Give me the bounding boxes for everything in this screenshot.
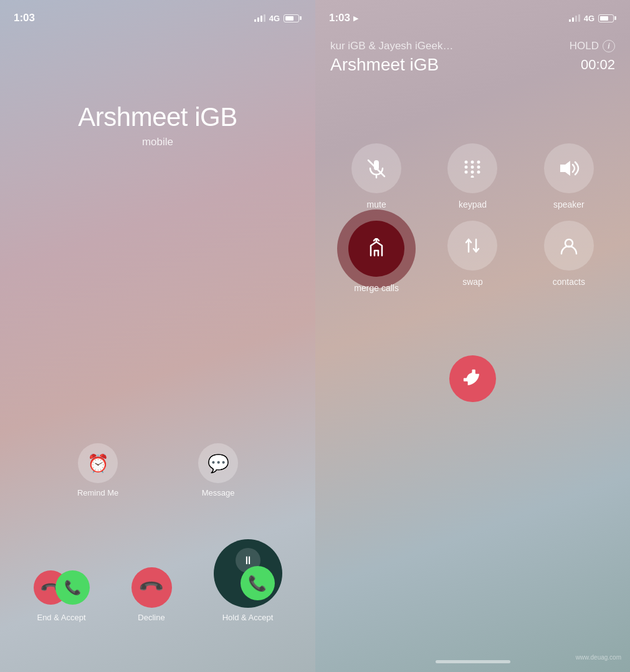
swap-btn[interactable]	[447, 221, 497, 271]
left-status-icons: 4G	[254, 14, 302, 23]
remind-me-label: Remind Me	[77, 488, 118, 497]
speaker-label: speaker	[553, 199, 585, 209]
signal-bars-icon	[254, 14, 265, 22]
hold-accept-btn[interactable]: ⏸ 📞	[214, 539, 282, 608]
home-indicator	[436, 660, 510, 663]
active-caller-name: Arshmeet iGB	[330, 55, 439, 75]
right-status-bar: 1:03 ▶ 4G	[315, 0, 630, 27]
right-time: 1:03 ▶	[329, 12, 358, 24]
accept-call-icon: 📞	[55, 570, 90, 605]
keypad-btn[interactable]	[447, 143, 497, 193]
svg-point-11	[477, 171, 480, 174]
message-action[interactable]: 💬 Message	[198, 443, 238, 497]
merge-calls-btn[interactable]	[348, 221, 404, 277]
right-status-icons: 4G	[569, 14, 616, 23]
keypad-control[interactable]: keypad	[430, 143, 515, 209]
left-time: 1:03	[14, 12, 35, 24]
svg-point-5	[477, 161, 480, 164]
accept-icon: 📞	[241, 566, 275, 600]
end-accept-label: End & Accept	[37, 613, 85, 622]
decline-group: 📞 Decline	[131, 567, 172, 622]
remind-me-action[interactable]: ⏰ Remind Me	[77, 443, 118, 497]
speaker-control[interactable]: speaker	[527, 143, 611, 209]
decline-btn[interactable]: 📞	[131, 567, 172, 608]
caller-name: Arshmeet iGB	[78, 102, 237, 132]
svg-point-9	[465, 171, 468, 174]
swap-control[interactable]: swap	[430, 221, 515, 293]
mute-control[interactable]: mute	[334, 143, 419, 209]
hold-accept-label: Hold & Accept	[222, 613, 274, 622]
right-panel: 1:03 ▶ 4G kur iGB & Jayesh iGeek… H	[315, 0, 630, 672]
contacts-btn[interactable]	[544, 221, 594, 271]
location-arrow-icon: ▶	[353, 14, 358, 22]
end-call-btn[interactable]	[449, 355, 496, 402]
merge-calls-label: merge calls	[354, 283, 399, 293]
battery-icon-right	[598, 14, 616, 22]
message-label: Message	[202, 488, 235, 497]
call-info-header: kur iGB & Jayesh iGeek… HOLD i Arshmeet …	[315, 27, 630, 81]
svg-point-6	[465, 166, 468, 169]
hold-badge[interactable]: HOLD i	[570, 40, 615, 52]
hold-accept-group: ⏸ 📞 Hold & Accept	[214, 539, 282, 622]
active-call-info: Arshmeet iGB 00:02	[330, 55, 615, 75]
svg-point-3	[465, 161, 468, 164]
network-label-right: 4G	[584, 14, 594, 23]
caller-label: mobile	[78, 136, 237, 148]
left-status-bar: 1:03 4G	[0, 0, 315, 27]
info-icon[interactable]: i	[603, 40, 615, 52]
svg-point-4	[471, 161, 474, 164]
svg-point-12	[471, 176, 474, 178]
contacts-label: contacts	[553, 277, 585, 287]
svg-point-10	[471, 171, 474, 174]
swap-label: swap	[462, 277, 483, 287]
on-hold-name: kur iGB & Jayesh iGeek…	[330, 40, 453, 52]
controls-grid: mute keypad	[315, 118, 630, 305]
svg-point-7	[471, 166, 474, 169]
message-icon: 💬	[198, 443, 238, 483]
mute-btn[interactable]	[351, 143, 401, 193]
left-panel: 1:03 4G Arshmeet iGB mobile ⏰ Remind	[0, 0, 315, 672]
remind-me-icon: ⏰	[78, 443, 118, 483]
network-label-left: 4G	[269, 14, 280, 23]
watermark: www.deuag.com	[576, 654, 621, 661]
call-timer: 00:02	[581, 57, 615, 73]
on-hold-info: kur iGB & Jayesh iGeek… HOLD i	[330, 40, 615, 52]
contacts-control[interactable]: contacts	[527, 221, 611, 293]
decline-label: Decline	[138, 613, 165, 622]
left-quick-actions: ⏰ Remind Me 💬 Message	[0, 443, 315, 497]
end-call-row	[315, 355, 630, 402]
svg-point-8	[477, 166, 480, 169]
svg-marker-13	[560, 161, 570, 176]
end-accept-group: 📞 📞 End & Accept	[34, 568, 90, 622]
battery-icon-left	[284, 14, 302, 22]
keypad-label: keypad	[459, 199, 487, 209]
merge-calls-control[interactable]: merge calls	[334, 221, 419, 293]
mute-label: mute	[367, 199, 386, 209]
speaker-btn[interactable]	[544, 143, 594, 193]
left-call-buttons: 📞 📞 End & Accept 📞 Decline ⏸ 📞	[0, 539, 315, 622]
right-signal-bars-icon	[569, 14, 580, 22]
caller-info: Arshmeet iGB mobile	[78, 102, 237, 148]
end-accept-btn[interactable]: 📞 📞	[34, 568, 90, 608]
